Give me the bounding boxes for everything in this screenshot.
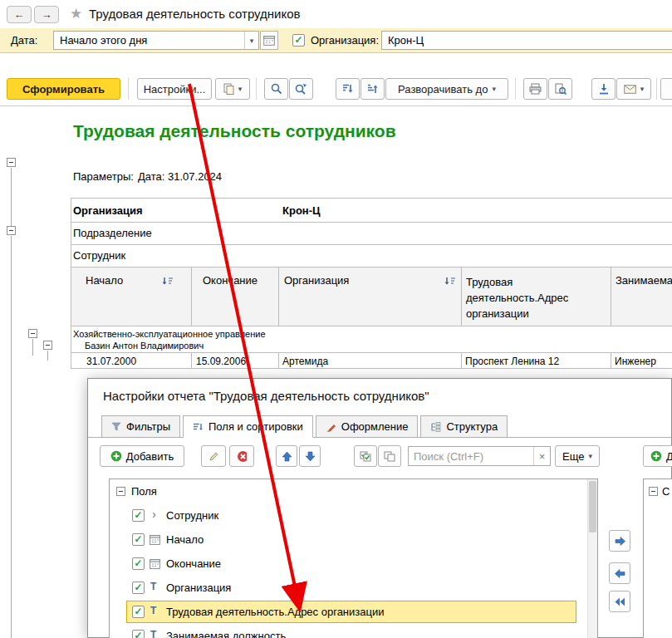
- right-panel-add-label: Д: [666, 450, 672, 463]
- cancel-search-button[interactable]: [289, 78, 313, 100]
- settings-button[interactable]: Настройки...: [137, 78, 212, 100]
- delete-field-button[interactable]: [229, 445, 254, 467]
- move-up-button[interactable]: [276, 445, 297, 467]
- back-arrow-icon: ←: [14, 8, 25, 21]
- group-collapse-icon[interactable]: [7, 158, 16, 167]
- scrollbar-thumb[interactable]: [589, 481, 596, 532]
- column-header[interactable]: Организация: [284, 274, 349, 287]
- tab-label: Фильтры: [126, 420, 170, 433]
- data-cell[interactable]: 31.07.2000: [86, 356, 136, 367]
- tree-item-row[interactable]: ✓ Начало: [110, 528, 588, 552]
- report-org-label: Организация: [73, 204, 143, 217]
- add-field-button[interactable]: Добавить: [100, 445, 184, 467]
- generate-report-button[interactable]: Сформировать: [7, 78, 120, 100]
- tree-item-row[interactable]: ✓ › Сотрудник: [110, 503, 588, 528]
- chevron-down-icon: ▾: [238, 85, 243, 93]
- copy-result-button[interactable]: ▾: [215, 78, 250, 100]
- print-button[interactable]: [523, 78, 547, 100]
- uncheck-all-button[interactable]: [378, 445, 401, 467]
- group-line: [11, 168, 12, 226]
- toolbar-separator: [256, 78, 257, 100]
- column-header[interactable]: Трудовая деятельность.Адрес организации: [466, 274, 606, 321]
- move-all-left-button[interactable]: [609, 591, 630, 612]
- settings-label: Настройки...: [144, 83, 206, 96]
- tree-item-row[interactable]: ✓ Т Занимаемая должность: [110, 624, 588, 638]
- organization-checkbox[interactable]: ✓: [292, 34, 305, 47]
- date-period-combo[interactable]: Начало этого дня ▾: [53, 31, 259, 50]
- expand-groups-button[interactable]: [361, 78, 385, 100]
- generate-label: Сформировать: [22, 83, 105, 96]
- date-period-dropdown-button[interactable]: ▾: [244, 32, 258, 49]
- more-button[interactable]: Еще ▾: [555, 445, 600, 467]
- group-collapse-icon[interactable]: [7, 226, 16, 235]
- expand-to-button[interactable]: Разворачивать до ▾: [385, 78, 508, 100]
- move-right-button[interactable]: [609, 530, 630, 552]
- send-email-button[interactable]: ▾: [616, 78, 651, 100]
- tree-item-row[interactable]: ✓ Т Организация: [110, 576, 588, 600]
- check-all-button[interactable]: [354, 445, 377, 467]
- move-down-button[interactable]: [299, 445, 321, 467]
- toolbar-divider: [0, 106, 672, 106]
- column-header[interactable]: Начало: [86, 274, 123, 287]
- clear-search-icon[interactable]: ×: [533, 447, 550, 465]
- sort-lines-up-icon: [366, 83, 379, 95]
- tab-filters[interactable]: Фильтры: [101, 415, 180, 438]
- tab-fields-and-sorting[interactable]: Поля и сортировки: [183, 415, 313, 438]
- column-header[interactable]: Окончание: [203, 274, 258, 287]
- tab-appearance[interactable]: Оформление: [316, 415, 419, 438]
- item-checkbox[interactable]: ✓: [132, 606, 145, 618]
- data-cell[interactable]: 15.09.2006: [196, 356, 246, 367]
- edit-field-button[interactable]: [201, 445, 226, 467]
- favorite-star-icon[interactable]: ★: [70, 5, 82, 22]
- group-collapse-icon[interactable]: [28, 329, 37, 338]
- group-collapse-icon[interactable]: [43, 341, 52, 350]
- item-checkbox[interactable]: ✓: [132, 509, 145, 522]
- fields-tree-list: Поля ✓ › Сотрудник ✓ Начало ✓ Окончание …: [109, 478, 598, 638]
- group-line: [32, 339, 33, 356]
- collapse-minus-icon[interactable]: [649, 487, 658, 496]
- right-panel-add-button[interactable]: Д: [643, 445, 672, 467]
- table-line: [191, 352, 192, 368]
- table-line: [71, 244, 672, 245]
- fields-sort-icon: [193, 422, 204, 432]
- organization-value: Крон-Ц: [388, 34, 424, 47]
- clipped-toolbar-button[interactable]: [660, 78, 672, 100]
- window-header: ← → ★ Трудовая деятельность сотрудников: [0, 0, 672, 28]
- data-cell[interactable]: Инженер: [615, 356, 656, 367]
- data-cell[interactable]: Проспект Ленина 12: [465, 356, 559, 367]
- find-button[interactable]: [264, 78, 288, 100]
- item-checkbox[interactable]: ✓: [132, 557, 145, 570]
- report-org-value: Крон-Ц: [282, 204, 321, 217]
- collapse-minus-icon[interactable]: [116, 487, 125, 496]
- search-refresh-icon: [295, 83, 307, 95]
- save-file-button[interactable]: [591, 78, 616, 100]
- tab-structure[interactable]: Структура: [420, 415, 508, 438]
- collapse-groups-button[interactable]: [336, 78, 360, 100]
- scrollbar[interactable]: [587, 479, 597, 638]
- search-input[interactable]: [409, 447, 533, 465]
- data-cell[interactable]: Артемида: [282, 356, 328, 367]
- sort-descending-icon[interactable]: [161, 276, 174, 287]
- column-header[interactable]: Занимаемая должность: [616, 274, 672, 287]
- tree-item-row[interactable]: ✓ Окончание: [110, 552, 588, 576]
- plus-circle-icon: [110, 450, 122, 462]
- text-field-icon: Т: [150, 629, 156, 638]
- brush-icon: [326, 422, 336, 432]
- move-left-button[interactable]: [609, 562, 630, 584]
- item-checkbox[interactable]: ✓: [132, 533, 145, 546]
- tree-root-row[interactable]: Поля: [110, 479, 588, 503]
- print-preview-button[interactable]: [548, 78, 572, 100]
- group-row-department[interactable]: Хозяйственно-эксплуатационное управление: [73, 329, 266, 339]
- tree-item-row-highlighted[interactable]: ✓ Т Трудовая деятельность.Адрес организа…: [110, 600, 588, 624]
- organization-input[interactable]: Крон-Ц: [381, 31, 672, 50]
- calendar-picker-button[interactable]: [260, 31, 278, 50]
- item-checkbox[interactable]: ✓: [132, 582, 145, 594]
- sort-descending-icon[interactable]: [444, 276, 456, 287]
- expand-chevron-icon[interactable]: ›: [152, 507, 156, 521]
- report-employee-label: Сотрудник: [73, 249, 125, 262]
- back-button[interactable]: ←: [7, 6, 32, 23]
- structure-tree-icon: [430, 422, 441, 432]
- group-row-employee[interactable]: Базин Антон Владимирович: [85, 341, 204, 351]
- forward-button[interactable]: →: [34, 6, 59, 23]
- item-checkbox[interactable]: ✓: [132, 630, 145, 638]
